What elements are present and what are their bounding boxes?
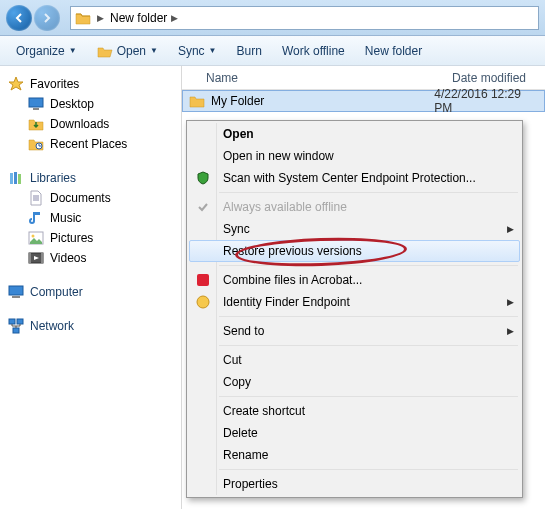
ctx-identity-finder[interactable]: Identity Finder Endpoint▶ xyxy=(189,291,520,313)
ctx-sync[interactable]: Sync▶ xyxy=(189,218,520,240)
column-date[interactable]: Date modified xyxy=(442,71,536,85)
svg-rect-10 xyxy=(41,253,43,263)
svg-rect-13 xyxy=(9,319,15,324)
ctx-rename[interactable]: Rename xyxy=(189,444,520,466)
column-name[interactable]: Name xyxy=(182,71,442,85)
ctx-cut[interactable]: Cut xyxy=(189,349,520,371)
sidebar-item-documents[interactable]: Documents xyxy=(4,188,177,208)
ctx-delete[interactable]: Delete xyxy=(189,422,520,444)
breadcrumb-root[interactable]: ▶ xyxy=(97,13,104,23)
ctx-properties[interactable]: Properties xyxy=(189,473,520,495)
file-row[interactable]: My Folder 4/22/2016 12:29 PM xyxy=(182,90,545,112)
svg-rect-15 xyxy=(13,328,19,333)
sidebar-item-label: Videos xyxy=(50,251,86,265)
sidebar-item-recent-places[interactable]: Recent Places xyxy=(4,134,177,154)
ctx-create-shortcut[interactable]: Create shortcut xyxy=(189,400,520,422)
sidebar-libraries-header[interactable]: Libraries xyxy=(4,168,177,188)
separator xyxy=(219,396,518,397)
sidebar-computer[interactable]: Computer xyxy=(4,282,177,302)
ctx-open-new-window[interactable]: Open in new window xyxy=(189,145,520,167)
pictures-icon xyxy=(28,230,44,246)
sidebar-item-label: Recent Places xyxy=(50,137,127,151)
ctx-scan[interactable]: Scan with System Center Endpoint Protect… xyxy=(189,167,520,189)
sidebar-item-videos[interactable]: Videos xyxy=(4,248,177,268)
work-offline-button[interactable]: Work offline xyxy=(274,41,353,61)
ctx-send-to[interactable]: Send to▶ xyxy=(189,320,520,342)
acrobat-icon xyxy=(195,272,211,288)
sidebar-network-label: Network xyxy=(30,319,74,333)
sidebar-favorites-header[interactable]: Favorites xyxy=(4,74,177,94)
svg-rect-5 xyxy=(18,174,21,184)
nav-forward-button[interactable] xyxy=(34,5,60,31)
chevron-right-icon: ▶ xyxy=(171,13,178,23)
svg-rect-14 xyxy=(17,319,23,324)
ctx-copy[interactable]: Copy xyxy=(189,371,520,393)
burn-button[interactable]: Burn xyxy=(229,41,270,61)
svg-point-7 xyxy=(32,235,35,238)
star-icon xyxy=(8,76,24,92)
check-icon xyxy=(195,199,211,215)
svg-rect-4 xyxy=(14,172,17,184)
file-date: 4/22/2016 12:29 PM xyxy=(424,87,544,115)
folder-open-icon xyxy=(97,43,113,59)
open-button[interactable]: Open▼ xyxy=(89,40,166,62)
ctx-combine-acrobat[interactable]: Combine files in Acrobat... xyxy=(189,269,520,291)
svg-rect-1 xyxy=(33,108,39,110)
computer-icon xyxy=(8,284,24,300)
chevron-down-icon: ▼ xyxy=(150,46,158,55)
submenu-arrow-icon: ▶ xyxy=(507,326,514,336)
ctx-open[interactable]: Open xyxy=(189,123,520,145)
chevron-right-icon: ▶ xyxy=(97,13,104,23)
svg-rect-12 xyxy=(12,296,20,298)
svg-rect-0 xyxy=(29,98,43,107)
new-folder-button[interactable]: New folder xyxy=(357,41,430,61)
submenu-arrow-icon: ▶ xyxy=(507,224,514,234)
sidebar-item-label: Downloads xyxy=(50,117,109,131)
nav-back-button[interactable] xyxy=(6,5,32,31)
sidebar-libraries-label: Libraries xyxy=(30,171,76,185)
separator xyxy=(219,345,518,346)
context-menu: Open Open in new window Scan with System… xyxy=(186,120,523,498)
address-bar[interactable]: ▶ New folder ▶ xyxy=(70,6,539,30)
sidebar: Favorites Desktop Downloads Recent Place… xyxy=(0,66,182,509)
svg-rect-16 xyxy=(197,274,209,286)
sidebar-item-downloads[interactable]: Downloads xyxy=(4,114,177,134)
shield-icon xyxy=(195,170,211,186)
folder-icon xyxy=(189,93,205,109)
titlebar: ▶ New folder ▶ xyxy=(0,0,545,36)
folder-icon xyxy=(75,10,91,26)
sidebar-item-label: Desktop xyxy=(50,97,94,111)
downloads-icon xyxy=(28,116,44,132)
file-name: My Folder xyxy=(211,94,264,108)
sidebar-item-label: Documents xyxy=(50,191,111,205)
breadcrumb-location[interactable]: New folder ▶ xyxy=(110,11,178,25)
separator xyxy=(219,192,518,193)
sidebar-favorites-label: Favorites xyxy=(30,77,79,91)
sidebar-item-music[interactable]: Music xyxy=(4,208,177,228)
identity-icon xyxy=(195,294,211,310)
videos-icon xyxy=(28,250,44,266)
svg-point-17 xyxy=(197,296,209,308)
svg-rect-3 xyxy=(10,173,13,184)
network-icon xyxy=(8,318,24,334)
sidebar-item-pictures[interactable]: Pictures xyxy=(4,228,177,248)
sidebar-computer-label: Computer xyxy=(30,285,83,299)
sidebar-network[interactable]: Network xyxy=(4,316,177,336)
submenu-arrow-icon: ▶ xyxy=(507,297,514,307)
desktop-icon xyxy=(28,96,44,112)
separator xyxy=(219,316,518,317)
separator xyxy=(219,469,518,470)
organize-button[interactable]: Organize▼ xyxy=(8,41,85,61)
libraries-icon xyxy=(8,170,24,186)
documents-icon xyxy=(28,190,44,206)
svg-rect-9 xyxy=(29,253,31,263)
separator xyxy=(219,265,518,266)
music-icon xyxy=(28,210,44,226)
breadcrumb-label: New folder xyxy=(110,11,167,25)
sidebar-item-desktop[interactable]: Desktop xyxy=(4,94,177,114)
ctx-always-offline: Always available offline xyxy=(189,196,520,218)
ctx-restore-previous-versions[interactable]: Restore previous versions xyxy=(189,240,520,262)
sync-button[interactable]: Sync▼ xyxy=(170,41,225,61)
svg-rect-11 xyxy=(9,286,23,295)
recent-places-icon xyxy=(28,136,44,152)
